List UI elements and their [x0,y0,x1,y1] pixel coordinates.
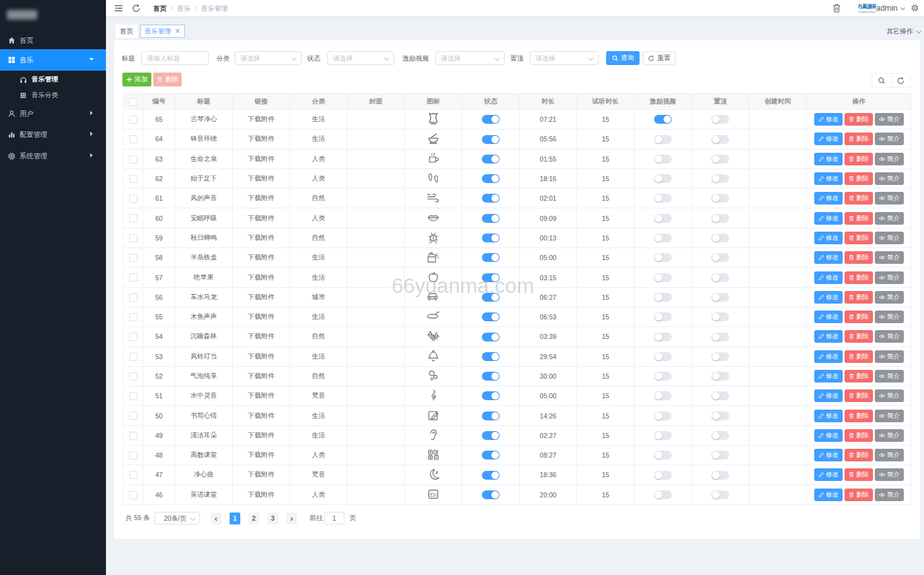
svg-text:力高源码: 力高源码 [858,3,876,9]
svg-text:En: En [430,492,437,497]
svg-text:www.ligaoyuanma.com: www.ligaoyuanma.com [858,11,876,13]
